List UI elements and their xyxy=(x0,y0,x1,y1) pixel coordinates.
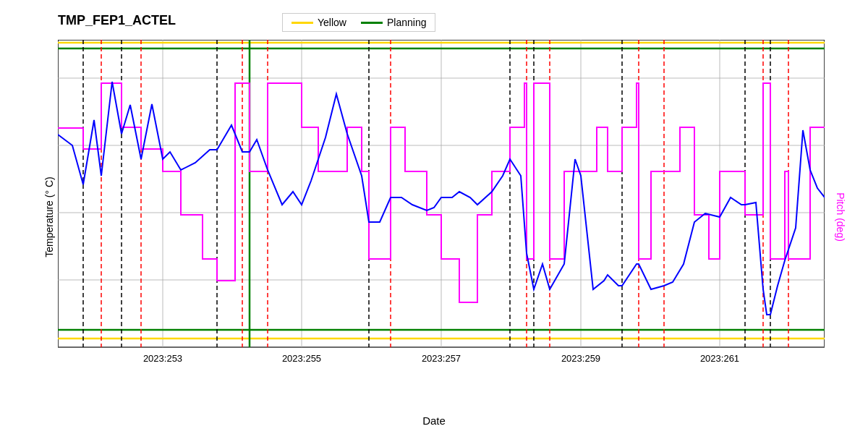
y-axis-right-label: Pitch (deg) xyxy=(835,192,846,242)
legend-label-yellow: Yellow xyxy=(318,17,346,28)
x-axis-label: Date xyxy=(422,414,446,427)
svg-text:2023:257: 2023:257 xyxy=(422,353,461,364)
y-axis-left-label: Temperature (° C) xyxy=(43,176,55,257)
legend-line-yellow xyxy=(292,22,313,24)
legend-item-yellow: Yellow xyxy=(292,17,346,28)
legend-line-planning xyxy=(361,22,383,24)
svg-text:2023:253: 2023:253 xyxy=(143,353,182,364)
chart-title: TMP_FEP1_ACTEL xyxy=(58,13,176,28)
chart-svg: 0 10 20 30 40 40 60 80 100 120 140 160 1… xyxy=(58,40,825,387)
svg-text:2023:261: 2023:261 xyxy=(700,353,739,364)
chart-container: TMP_FEP1_ACTEL Yellow Planning Temperatu… xyxy=(0,0,868,434)
legend-label-planning: Planning xyxy=(387,17,427,28)
svg-text:2023:259: 2023:259 xyxy=(561,353,600,364)
legend-item-planning: Planning xyxy=(361,17,427,28)
svg-text:2023:255: 2023:255 xyxy=(282,353,321,364)
legend: Yellow Planning xyxy=(282,13,435,32)
x-axis-ticks: 2023:253 2023:255 2023:257 2023:259 2023… xyxy=(143,353,739,364)
